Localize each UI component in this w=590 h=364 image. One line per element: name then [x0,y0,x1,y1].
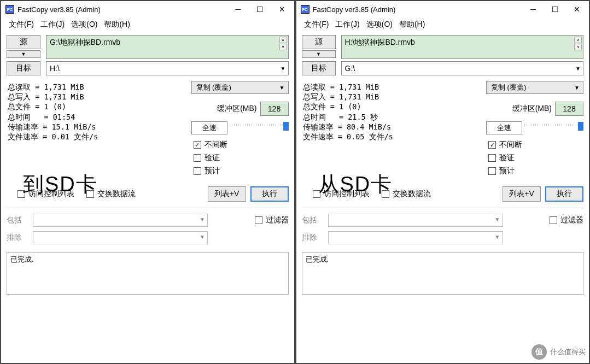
minimize-button[interactable]: ─ [525,4,541,15]
speed-slider[interactable] [230,123,289,133]
window-title: FastCopy ver3.85 (Admin) [313,5,396,14]
source-input[interactable]: H:\地狱神探BD.rmvb ∧ ∨ [341,35,584,59]
chevron-down-icon: ▼ [200,216,205,222]
watermark-icon: 值 [531,344,547,360]
menu-help[interactable]: 帮助(H) [102,19,132,31]
checkbox-icon [255,216,262,224]
speed-slider[interactable] [524,123,583,133]
menu-file[interactable]: 文件(F) [302,19,331,31]
exclude-label: 排除 [7,233,28,243]
mode-value: 复制 (覆盖) [491,83,526,92]
buffer-input[interactable]: 128 [260,102,289,116]
app-icon [301,5,309,14]
dest-input[interactable]: G:\ ▼ [341,61,584,75]
mode-select[interactable]: 复制 (覆盖) ▼ [191,81,289,94]
list-button[interactable]: 列表+V [503,186,541,202]
stats-text: 总读取 = 1,731 MiB 总写入 = 1,731 MiB 总文件 = 1 … [302,81,393,179]
exclude-input[interactable]: ▼ [328,231,503,244]
buffer-label: 缓冲区(MB) [512,104,552,114]
dest-value: G:\ [345,64,355,73]
chevron-down-icon: ▼ [495,234,500,240]
exclude-input[interactable]: ▼ [33,231,208,244]
source-dropdown-icon[interactable]: ▼ [302,50,336,58]
verify-checkbox[interactable]: 验证 [488,153,583,163]
ads-checkbox[interactable]: 交换数据流 [86,189,136,199]
acl-checkbox[interactable]: 访问控制列表 [17,189,74,199]
include-input[interactable]: ▼ [33,214,208,227]
fastcopy-window-right: FastCopy ver3.85 (Admin) ─ ☐ ✕ 文件(F) 工作(… [295,0,591,364]
estimate-checkbox[interactable]: 预计 [488,166,583,176]
buffer-input[interactable]: 128 [555,102,583,116]
menubar: 文件(F) 工作(J) 选项(O) 帮助(H) [296,17,589,33]
menu-work[interactable]: 工作(J) [333,19,361,31]
dest-button[interactable]: 目标 [302,61,336,75]
titlebar: FastCopy ver3.85 (Admin) ─ ☐ ✕ [296,1,589,17]
titlebar: FastCopy ver3.85 (Admin) ─ ☐ ✕ [1,1,294,17]
chevron-down-icon: ▼ [279,85,285,91]
checkbox-icon [382,190,389,198]
buffer-label: 缓冲区(MB) [217,104,256,114]
chevron-down-icon: ▼ [200,234,205,240]
checkbox-icon [194,141,201,149]
mode-select[interactable]: 复制 (覆盖) ▼ [486,81,583,94]
nonstop-checkbox[interactable]: 不间断 [488,140,583,150]
slider-thumb[interactable] [578,122,583,131]
filter-checkbox[interactable]: 过滤器 [255,215,289,225]
mode-value: 复制 (覆盖) [196,83,231,92]
maximize-button[interactable]: ☐ [253,4,268,15]
ads-checkbox[interactable]: 交换数据流 [382,189,431,199]
source-value: G:\地狱神探BD.rmvb [50,38,120,46]
dest-button[interactable]: 目标 [7,61,40,75]
status-text: 已完成. [10,255,34,263]
nonstop-checkbox[interactable]: 不间断 [194,140,289,150]
app-icon [5,5,14,14]
watermark-text: 什么值得买 [550,347,586,357]
chevron-down-icon: ▼ [575,66,581,72]
scroll-down-icon[interactable]: ∨ [279,44,287,50]
status-box: 已完成. [302,252,584,295]
acl-checkbox[interactable]: 访问控制列表 [313,189,370,199]
list-button[interactable]: 列表+V [208,186,246,202]
execute-button[interactable]: 执行 [545,186,583,202]
scroll-up-icon[interactable]: ∧ [574,37,582,43]
execute-button[interactable]: 执行 [250,186,289,202]
status-text: 已完成. [306,255,329,263]
slider-thumb[interactable] [283,122,289,131]
fastcopy-window-left: FastCopy ver3.85 (Admin) ─ ☐ ✕ 文件(F) 工作(… [0,0,295,364]
checkbox-icon [194,167,201,175]
menu-options[interactable]: 选项(O) [69,19,100,31]
maximize-button[interactable]: ☐ [547,4,563,15]
chevron-down-icon: ▼ [281,66,286,72]
scroll-down-icon[interactable]: ∨ [574,44,582,50]
include-input[interactable]: ▼ [328,214,503,227]
verify-checkbox[interactable]: 验证 [194,153,289,163]
menu-file[interactable]: 文件(F) [7,19,36,31]
source-input[interactable]: G:\地狱神探BD.rmvb ∧ ∨ [46,35,289,59]
estimate-checkbox[interactable]: 预计 [194,166,289,176]
filter-checkbox[interactable]: 过滤器 [550,215,583,225]
menubar: 文件(F) 工作(J) 选项(O) 帮助(H) [1,17,294,33]
close-button[interactable]: ✕ [569,4,585,15]
checkbox-icon [313,190,320,198]
source-dropdown-icon[interactable]: ▼ [7,50,40,58]
source-value: H:\地狱神探BD.rmvb [345,38,415,46]
chevron-down-icon: ▼ [574,85,580,91]
dest-input[interactable]: H:\ ▼ [46,61,289,75]
close-button[interactable]: ✕ [274,4,290,15]
minimize-button[interactable]: ─ [231,4,246,15]
stats-text: 总读取 = 1,731 MiB 总写入 = 1,731 MiB 总文件 = 1 … [7,81,98,179]
source-button[interactable]: 源 [302,35,336,49]
source-button[interactable]: 源 [7,35,40,49]
menu-options[interactable]: 选项(O) [364,19,395,31]
checkbox-icon [488,141,496,149]
checkbox-icon [86,190,94,198]
menu-work[interactable]: 工作(J) [38,19,67,31]
speed-button[interactable]: 全速 [486,121,522,134]
status-box: 已完成. [7,252,289,295]
include-label: 包括 [302,215,324,225]
window-title: FastCopy ver3.85 (Admin) [17,5,101,14]
speed-button[interactable]: 全速 [191,121,227,134]
scroll-up-icon[interactable]: ∧ [279,37,287,43]
menu-help[interactable]: 帮助(H) [397,19,427,31]
watermark: 值 什么值得买 [531,344,586,360]
